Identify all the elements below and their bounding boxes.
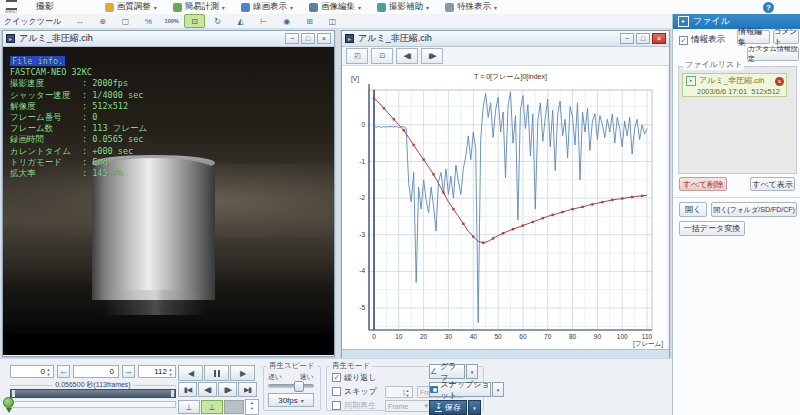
menu-icon[interactable]: MENU [0,0,22,14]
graph-window-titlebar[interactable]: ▸ アルミ_非圧縮.cih − □ × [342,31,669,47]
help-icon[interactable]: ? [763,2,774,13]
timeline-slider[interactable] [10,389,176,398]
open-folder-button[interactable]: 開く(フォルダ/SD/FD/CF) [711,202,797,217]
start-frame-field[interactable]: 0▲▼ [10,365,54,378]
fit-graph-icon[interactable]: ⊡ [371,48,393,64]
open-button[interactable]: 開く [679,202,707,217]
zoom-in-icon[interactable]: ⊕ [92,14,113,28]
chevron-down-icon: ▾ [290,4,293,11]
minimize-button[interactable]: − [620,33,634,44]
video-window-titlebar[interactable]: ▸ アルミ_非圧縮.cih − □ × [3,31,334,47]
menu-tool-capture-assist[interactable]: 撮影補助▾ [377,1,429,13]
jump-trigger-range-button[interactable]: ⊥ [201,400,223,414]
rotate-icon[interactable]: ↻ [207,14,228,28]
lock-icon[interactable]: ◉ [276,14,297,28]
svg-text:10: 10 [395,333,403,340]
speed-group-label: 再生スピード [267,361,317,371]
close-button[interactable]: × [652,33,666,44]
spinner-icon[interactable]: ▲▼ [45,367,52,377]
first-frame-button[interactable]: ▮◀ [178,382,197,397]
info-display-checkbox[interactable]: ✓ [679,36,688,45]
flip-icon[interactable]: ◭ [230,14,251,28]
maximize-button[interactable]: □ [636,33,650,44]
image-edit-icon [309,3,318,12]
overlay-field: 録画時間: 0.0565 sec [10,134,147,145]
frame-step-spinner[interactable]: ▲ ▼ [245,399,259,415]
delete-all-button[interactable]: すべて削除 [679,177,727,191]
current-frame-field[interactable]: 0 [73,365,119,378]
play-button[interactable]: ▶ [230,365,255,381]
info-edit-button[interactable]: 情報編集 [737,30,770,44]
prev-frame-arrow-button[interactable]: ← [57,365,70,378]
save-dropdown-button[interactable]: ▾ [468,400,481,415]
pan-icon[interactable]: ↔ [69,14,90,28]
tab-撮影[interactable]: 撮影 [22,0,87,13]
speed-slider-knob[interactable] [294,381,304,392]
jump-trigger-start-button[interactable]: ⊥ [178,400,200,414]
menu-tool-image-edit[interactable]: 画像編集▾ [309,1,361,13]
file-list-item[interactable]: ▸アルミ_非圧縮.cih2003/6/6 17:01 512x512× [682,73,787,97]
repeat-checkbox[interactable]: ✓ [332,373,341,382]
position-pin-icon[interactable] [3,397,15,413]
zoom-percent-icon[interactable]: % [138,14,159,28]
fit-window-icon[interactable]: ⊡ [184,14,205,28]
last-frame-button[interactable]: ▶▮ [238,382,257,397]
overlay-field-label: 撮影速度 [10,78,82,89]
sync-play-checkbox[interactable] [332,401,341,410]
menu-tool-line-display[interactable]: 線画表示▾ [241,1,293,13]
svg-text:60: 60 [519,333,527,340]
prev-frame-icon[interactable]: ◀▮ [396,48,418,64]
save-button[interactable]: ↧ 保存 [429,400,467,415]
minimize-button[interactable]: − [285,33,299,44]
spinner-icon[interactable]: ▲▼ [167,367,174,377]
chart-area[interactable]: 01020304050607080901001100-1-2-3-4-5T = … [342,66,667,349]
skip-count-field[interactable]: 1▲▼ [385,386,413,398]
speed-group: 再生スピード 遅い 速い 30fps▾ [263,361,321,411]
menu-tool-label: 画質調整 [117,1,151,13]
range-slider[interactable] [10,401,176,408]
video-viewport[interactable]: File info. FASTCAM-NEO 32KC 撮影速度: 2000fp… [3,47,334,355]
overlay-field: フレーム番号: 0 [10,112,147,123]
svg-text:50: 50 [494,333,502,340]
reverse-play-button[interactable]: ◀ [178,365,203,381]
menu-tool-image-adjust[interactable]: 画質調整▾ [105,1,157,13]
video-window-icon: ▸ [6,34,15,43]
speed-slider[interactable] [268,384,314,388]
batch-convert-button[interactable]: 一括データ変換 [679,221,745,236]
menubar: MENU 撮影保存ファイル 画質調整▾簡易計測▾線画表示▾画像編集▾撮影補助▾特… [0,0,800,15]
step-back-button[interactable]: ◀▮ [198,382,217,397]
graph-button[interactable]: ∠ グラフ [429,364,465,379]
menu-tool-measure[interactable]: 簡易計測▾ [173,1,225,13]
measure-axis-icon[interactable]: ⊢ [253,14,274,28]
select-region-icon[interactable]: ▢ [115,14,136,28]
show-all-button[interactable]: すべて表示 [750,177,795,191]
zoom-100-icon[interactable]: 100% [161,14,182,28]
maximize-button[interactable]: □ [301,33,315,44]
single-window-icon[interactable]: ◫ [322,14,343,28]
overlay-field-value: : End [82,157,108,167]
snapshot-button[interactable]: スナップショット [429,382,491,397]
overlay-header: File info. [10,56,65,66]
snapshot-dropdown-button[interactable]: ▾ [492,382,504,397]
step-forward-button[interactable]: ▮▶ [218,382,237,397]
next-frame-arrow-button[interactable]: → [122,365,135,378]
svg-text:20: 20 [420,333,428,340]
custom-info-button[interactable]: カスタム情報設定 [747,47,799,61]
graph-dropdown-button[interactable]: ▾ [466,364,478,379]
tile-windows-icon[interactable]: ⊞ [299,14,320,28]
svg-text:40: 40 [470,333,478,340]
chevron-down-icon: ▾ [154,4,157,11]
menu-tool-special-display[interactable]: 特殊表示▾ [445,1,497,13]
copy-graph-icon[interactable]: ◰ [346,48,368,64]
next-frame-icon[interactable]: ▮▶ [421,48,443,64]
pause-button[interactable] [204,365,229,381]
end-frame-field[interactable]: 112▲▼ [138,365,176,378]
comment-button[interactable]: コメント [773,30,799,44]
close-button[interactable]: × [317,33,331,44]
sync-unit-dropdown[interactable]: Frame▾ [385,400,431,412]
overlay-field: シャッター速度: 1/4000 sec [10,90,147,101]
skip-checkbox[interactable] [332,387,341,396]
panel-collapse-icon[interactable]: ▸ [678,16,689,27]
remove-file-icon[interactable]: × [775,77,784,86]
fps-dropdown[interactable]: 30fps▾ [268,393,314,407]
